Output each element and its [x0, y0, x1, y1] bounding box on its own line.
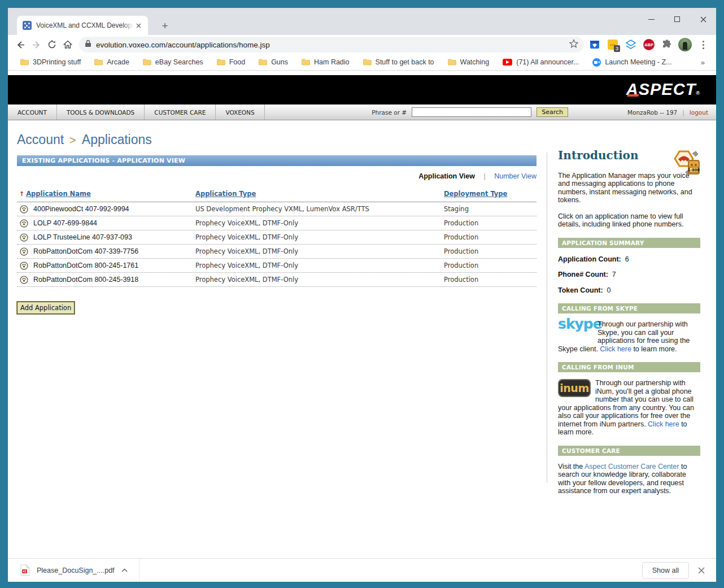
forward-icon[interactable]	[28, 37, 44, 53]
application-name-cell[interactable]: LOLP TrusteeLine 407-937-093	[17, 233, 195, 242]
folder-icon	[363, 59, 372, 66]
search-input[interactable]	[412, 107, 531, 117]
deployment-type-cell: Production	[444, 262, 537, 269]
application-type-cell: Prophecy VoiceXML, DTMF-Only	[195, 219, 444, 227]
inum-paragraph: inumThrough our partnership with iNum, y…	[558, 379, 700, 437]
browser-toolbar: evolution.voxeo.com/account/applications…	[8, 35, 716, 54]
application-name-cell[interactable]: LOLP 407-699-9844	[17, 219, 195, 228]
home-icon[interactable]	[60, 37, 76, 53]
close-button[interactable]	[690, 8, 716, 31]
customer-care-bar: CUSTOMER CARE	[558, 446, 700, 456]
application-view-toggle[interactable]: Application View	[418, 172, 475, 180]
deployment-type-cell: Production	[444, 247, 537, 255]
voice-app-icon	[20, 233, 28, 242]
extension-badge: 3	[614, 45, 620, 52]
puzzle-extensions-icon[interactable]	[660, 37, 674, 52]
page-content: ASPECT® ACCOUNT TOOLS & DOWNLOADS CUSTOM…	[8, 71, 716, 558]
bookmark-folder[interactable]: eBay Searches	[138, 56, 208, 68]
bookmark-folder[interactable]: 3DPrinting stuff	[16, 56, 85, 68]
profile-avatar[interactable]	[678, 37, 692, 52]
skype-paragraph: skypeThrough our partnership with Skype,…	[558, 320, 700, 353]
number-view-link[interactable]: Number View	[494, 172, 537, 180]
application-name-cell[interactable]: RobPattonDotCom 407-339-7756	[17, 247, 195, 256]
browser-tab[interactable]: VoiceXML and CCXML Developer	[17, 16, 148, 35]
table-row: RobPattonDotCom 407-339-7756 Prophecy Vo…	[17, 245, 537, 259]
new-tab-button[interactable]: +	[158, 19, 172, 33]
nav-account[interactable]: ACCOUNT	[8, 104, 57, 120]
inum-learn-more-link[interactable]: Click here	[648, 420, 679, 428]
bookmark-youtube[interactable]: (71) All announcer...	[498, 56, 583, 68]
skype-learn-more-link[interactable]: Click here	[600, 345, 631, 353]
calling-from-inum-bar: CALLING FROM INUM	[558, 362, 700, 372]
folder-icon	[20, 59, 29, 66]
browser-window: VoiceXML and CCXML Developer +	[8, 8, 716, 582]
nav-customer-care[interactable]: CUSTOMER CARE	[145, 104, 216, 120]
add-application-button[interactable]: Add Application	[17, 302, 75, 314]
folder-icon	[302, 59, 310, 66]
header-application-type[interactable]: Application Type	[195, 190, 256, 198]
sort-ascending-icon: ↑	[19, 190, 24, 198]
bookmark-folder[interactable]: Guns	[254, 56, 293, 68]
url-text[interactable]: evolution.voxeo.com/account/applications…	[96, 41, 569, 49]
show-all-downloads-button[interactable]: Show all	[642, 562, 689, 579]
site-body: Account>Applications EXISTING APPLICATIO…	[8, 120, 716, 558]
phone-count: Phone# Count: 7	[558, 271, 700, 279]
customer-care-center-link[interactable]: Aspect Customer Care Center	[585, 463, 679, 471]
token-count: Token Count: 0	[558, 286, 700, 295]
deployment-type-cell: Production	[444, 276, 537, 284]
nav-voxeons[interactable]: VOXEONS	[216, 104, 264, 120]
extension-layers-icon[interactable]	[623, 37, 638, 52]
logout-link[interactable]: logout	[690, 109, 708, 116]
downloads-bar: Please_DocuSign_....pdf Show all	[8, 558, 716, 582]
sidebar: Introduction 1-800 The Application Manag…	[558, 120, 700, 495]
application-name-cell[interactable]: RobPattonDotCom 800-245-1761	[17, 262, 195, 270]
maximize-button[interactable]	[664, 8, 690, 31]
application-name-cell[interactable]: RobPattonDotCom 800-245-3918	[17, 276, 195, 284]
extension-window-icon[interactable]	[587, 37, 602, 52]
voice-app-icon	[20, 205, 28, 214]
pdf-file-icon	[20, 564, 30, 576]
search-button[interactable]: Search	[537, 107, 568, 117]
adblock-plus-icon[interactable]: ABP	[642, 37, 656, 52]
folder-icon	[94, 59, 103, 66]
bookmark-folder[interactable]: Watching	[443, 56, 494, 68]
browser-titlebar: VoiceXML and CCXML Developer +	[8, 8, 716, 35]
download-filename: Please_DocuSign_....pdf	[37, 567, 115, 574]
header-deployment-type[interactable]: Deployment Type	[444, 190, 507, 198]
bookmark-folder[interactable]: Arcade	[90, 56, 134, 68]
bookmark-folder[interactable]: Ham Radio	[297, 56, 354, 68]
tab-close-icon[interactable]	[133, 20, 143, 31]
extension-notes-icon[interactable]: ⋯ 3	[605, 37, 620, 52]
bookmark-zoom[interactable]: Launch Meeting - Z...	[588, 56, 676, 68]
customer-care-paragraph: Visit the Aspect Customer Care Center to…	[558, 463, 700, 495]
breadcrumb-account[interactable]: Account	[17, 132, 64, 147]
breadcrumb: Account>Applications	[17, 132, 537, 147]
reload-icon[interactable]	[44, 37, 60, 53]
calling-from-skype-bar: CALLING FROM SKYPE	[558, 303, 700, 313]
address-bar[interactable]: evolution.voxeo.com/account/applications…	[79, 37, 584, 53]
minimize-button[interactable]	[638, 8, 664, 31]
browser-menu-icon[interactable]	[696, 37, 710, 52]
bookmark-folder[interactable]: Stuff to get back to	[359, 56, 439, 68]
chevron-up-icon[interactable]	[121, 568, 128, 572]
bookmarks-overflow-chevron[interactable]: »	[697, 58, 708, 67]
back-icon[interactable]	[12, 37, 28, 53]
inum-logo: inum	[558, 379, 591, 403]
application-name-cell[interactable]: 400PinewoodCt 407-992-9994	[17, 205, 195, 214]
header-application-name[interactable]: Application Name	[26, 190, 91, 198]
voice-app-icon	[20, 276, 28, 284]
site-navbar: ACCOUNT TOOLS & DOWNLOADS CUSTOMER CARE …	[8, 104, 716, 120]
deployment-type-cell: Production	[444, 219, 537, 227]
voice-app-icon	[20, 262, 28, 270]
application-type-cell: Prophecy VoiceXML, DTMF-Only	[195, 233, 444, 241]
tab-favicon-icon	[23, 21, 32, 30]
downloads-close-icon[interactable]	[698, 567, 705, 574]
voice-app-icon	[20, 247, 28, 256]
download-item[interactable]: Please_DocuSign_....pdf	[8, 559, 139, 582]
applications-table: ↑Application Name Application Type Deplo…	[17, 188, 537, 287]
bookmark-star-icon[interactable]	[569, 39, 578, 50]
nav-tools-downloads[interactable]: TOOLS & DOWNLOADS	[57, 104, 145, 120]
view-toggle: Application View | Number View	[17, 172, 537, 180]
bookmark-folder[interactable]: Food	[212, 56, 250, 68]
application-type-cell: Prophecy VoiceXML, DTMF-Only	[195, 262, 444, 269]
